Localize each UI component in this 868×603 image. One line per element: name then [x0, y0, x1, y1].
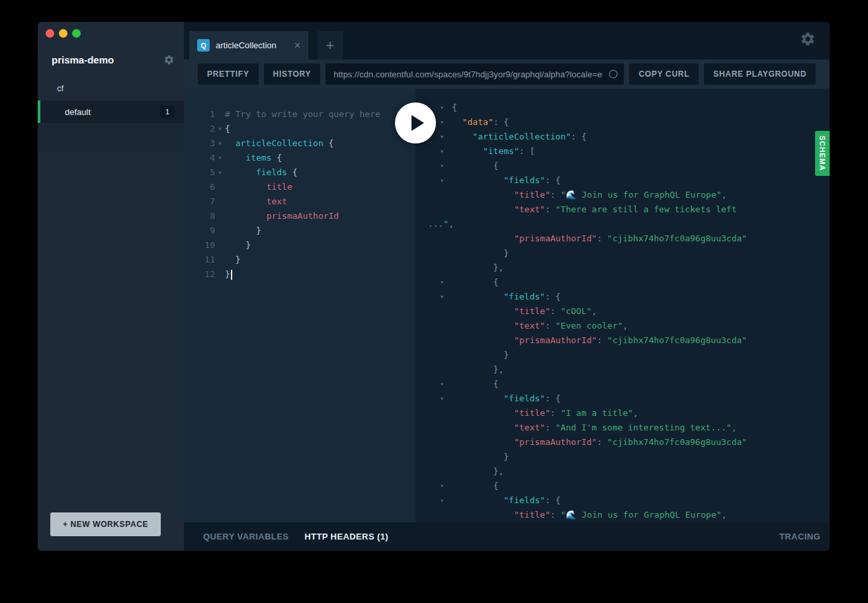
query-code-line[interactable]: 6 title [184, 180, 415, 194]
fold-arrow-icon[interactable]: ▾ [415, 493, 452, 508]
schema-tab[interactable]: SCHEMA [815, 131, 830, 176]
tab-article-collection[interactable]: Q articleCollection × [189, 31, 308, 60]
fold-arrow-icon [415, 508, 452, 522]
workspace-settings-gear-icon[interactable] [163, 54, 175, 65]
tab-bar: Q articleCollection × + [184, 22, 830, 60]
fold-arrow-icon[interactable]: ▾ [415, 173, 452, 188]
query-code-line[interactable]: 9 } [184, 223, 415, 238]
result-code-line: "title": "🌊 Join us for GraphQL Europe", [415, 508, 830, 522]
code-text: } [452, 246, 509, 261]
fold-arrow-icon [215, 223, 225, 238]
fold-arrow-icon [215, 194, 225, 209]
history-button[interactable]: HISTORY [264, 63, 321, 85]
fold-arrow-icon[interactable]: ▾ [415, 391, 452, 406]
copy-curl-button[interactable]: COPY CURL [629, 63, 699, 85]
query-code-line[interactable]: 2▾{ [184, 122, 415, 136]
close-tab-icon[interactable]: × [294, 40, 300, 52]
new-workspace-button[interactable]: + NEW WORKSPACE [50, 512, 161, 536]
fold-arrow-icon [215, 180, 225, 194]
code-text: "prismaAuthorId": "cjibhx74ho7fc0a96g8uu… [452, 435, 747, 450]
code-text: items { [225, 151, 282, 165]
minimize-window-button[interactable] [59, 29, 67, 38]
sidebar-item-default[interactable]: default 1 [38, 100, 184, 123]
execute-query-button[interactable] [395, 102, 436, 143]
fold-arrow-icon [215, 238, 225, 253]
fold-arrow-icon[interactable]: ▾ [415, 377, 452, 391]
fold-arrow-icon [415, 362, 452, 377]
code-text: } [225, 267, 232, 282]
new-tab-button[interactable]: + [318, 31, 343, 60]
query-code-line[interactable]: 8 prismaAuthorId [184, 209, 415, 223]
prettify-button[interactable]: PRETTIFY [198, 63, 259, 85]
query-code-line[interactable]: 1# Try to write your query here [184, 107, 415, 122]
result-code-line: } [415, 348, 830, 362]
query-code-line[interactable]: 11 } [184, 253, 415, 267]
query-code-line[interactable]: 5▾ fields { [184, 165, 415, 180]
query-code-line[interactable]: 3▾ articleCollection { [184, 136, 415, 151]
code-text: "articleCollection": { [452, 130, 587, 144]
query-code-line[interactable]: 4▾ items { [184, 151, 415, 165]
result-code-line: "title": "I am a title", [415, 406, 830, 421]
toolbar: PRETTIFY HISTORY COPY CURL SHARE PLAYGRO… [184, 60, 830, 89]
code-text: { [452, 479, 498, 493]
result-code-line: }, [415, 464, 830, 479]
code-text: fields { [225, 165, 298, 180]
code-text: { [225, 122, 230, 136]
fold-arrow-icon[interactable]: ▾ [415, 479, 452, 493]
query-code-line[interactable]: 12} [184, 267, 415, 282]
code-text: # Try to write your query here [225, 107, 380, 122]
result-code-line: ▾ "fields": { [415, 290, 830, 304]
workspace-title: prisma-demo [52, 54, 114, 65]
code-text: { [452, 159, 498, 173]
http-headers-tab[interactable]: HTTP HEADERS (1) [304, 532, 388, 542]
fold-arrow-icon[interactable]: ▾ [215, 151, 225, 165]
fold-arrow-icon[interactable]: ▾ [215, 136, 225, 151]
zoom-window-button[interactable] [72, 29, 81, 38]
fold-arrow-icon [415, 435, 452, 450]
endpoint-input[interactable] [333, 69, 616, 79]
fold-arrow-icon [215, 253, 225, 267]
fold-arrow-icon[interactable]: ▾ [215, 165, 225, 180]
code-text: }, [452, 261, 503, 275]
fold-arrow-icon[interactable]: ▾ [415, 275, 452, 290]
result-viewer: ▾{▾ "data": {▾ "articleCollection": {▾ "… [415, 89, 830, 522]
fold-arrow-icon[interactable]: ▾ [415, 290, 452, 304]
sidebar: prisma-demo cf default 1 + NEW WORKSPACE [38, 22, 184, 551]
fold-arrow-icon [415, 421, 452, 435]
code-text: "title": "I am a title", [452, 406, 638, 421]
line-number: 10 [184, 238, 215, 253]
play-icon [412, 115, 424, 131]
result-code-line: ▾ "items": [ [415, 144, 830, 159]
result-code-line: ▾ { [415, 377, 830, 391]
line-number: 4 [184, 151, 215, 165]
code-text: "title": "🌊 Join us for GraphQL Europe", [452, 188, 726, 202]
result-code-line: } [415, 450, 830, 464]
query-variables-tab[interactable]: QUERY VARIABLES [203, 532, 288, 542]
code-text: "title": "cOOL", [452, 304, 597, 319]
code-text: } [452, 450, 509, 464]
code-text: ...", [415, 217, 454, 231]
code-text: "data": { [452, 115, 509, 130]
line-number: 8 [184, 209, 215, 223]
code-text: "items": [ [452, 144, 535, 159]
query-editor[interactable]: 1# Try to write your query here2▾{3▾ art… [184, 89, 415, 522]
share-playground-button[interactable]: SHARE PLAYGROUND [704, 63, 816, 85]
fold-arrow-icon[interactable]: ▾ [215, 122, 225, 136]
line-number: 7 [184, 194, 215, 209]
tracing-tab[interactable]: TRACING [779, 532, 820, 542]
result-code-line: ▾ "fields": { [415, 493, 830, 508]
code-text: "prismaAuthorId": "cjibhx74ho7fc0a96g8uu… [452, 333, 747, 348]
reload-icon[interactable] [607, 68, 619, 80]
line-number: 3 [184, 136, 215, 151]
sidebar-header: prisma-demo [52, 54, 175, 65]
settings-gear-icon[interactable] [800, 31, 816, 47]
query-code-line[interactable]: 10 } [184, 238, 415, 253]
query-code-line[interactable]: 7 text [184, 194, 415, 209]
close-window-button[interactable] [46, 29, 54, 38]
result-code-line: ▾ { [415, 275, 830, 290]
query-type-icon: Q [197, 39, 210, 52]
fold-arrow-icon[interactable]: ▾ [415, 144, 452, 159]
result-code-line: ▾ "fields": { [415, 173, 830, 188]
code-text: }, [452, 464, 503, 479]
fold-arrow-icon[interactable]: ▾ [415, 159, 452, 173]
